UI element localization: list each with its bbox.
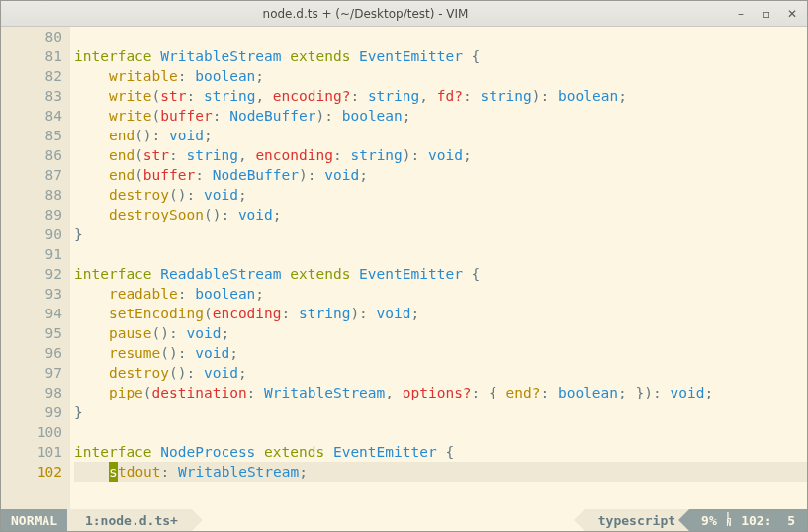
code-line: readable: boolean; bbox=[74, 284, 807, 304]
status-filetype-text: typescript bbox=[598, 513, 675, 528]
code-line: destroySoon(): void; bbox=[74, 205, 807, 224]
line-number: 84 bbox=[1, 106, 62, 126]
vim-window: node.d.ts + (~/Desktop/test) - VIM – ▫ ✕… bbox=[0, 0, 808, 532]
code-line: pipe(destination: WritableStream, option… bbox=[74, 383, 807, 402]
code-line: interface NodeProcess extends EventEmitt… bbox=[74, 442, 807, 462]
code-content[interactable]: interface WritableStream extends EventEm… bbox=[70, 27, 807, 509]
status-line: 102 bbox=[741, 513, 763, 528]
maximize-button[interactable]: ▫ bbox=[758, 7, 775, 21]
line-number: 88 bbox=[1, 185, 62, 205]
status-position: 9% LN 102: 5 bbox=[689, 509, 807, 531]
line-number: 87 bbox=[1, 165, 62, 185]
status-percent: 9% bbox=[701, 513, 717, 528]
code-line: write(buffer: NodeBuffer): boolean; bbox=[74, 106, 807, 126]
code-line bbox=[74, 422, 807, 442]
line-number: 82 bbox=[1, 66, 62, 86]
line-number: 93 bbox=[1, 284, 62, 304]
line-number: 96 bbox=[1, 343, 62, 363]
line-number: 98 bbox=[1, 383, 62, 402]
code-line: pause(): void; bbox=[74, 323, 807, 343]
code-line: destroy(): void; bbox=[74, 363, 807, 383]
editor-area[interactable]: 80 81 82 83 84 85 86 87 88 89 90 91 92 9… bbox=[1, 27, 807, 509]
line-number: 85 bbox=[1, 126, 62, 145]
line-number-gutter: 80 81 82 83 84 85 86 87 88 89 90 91 92 9… bbox=[1, 27, 70, 509]
line-number: 99 bbox=[1, 402, 62, 422]
code-line: end(): void; bbox=[74, 126, 807, 145]
status-col: 5 bbox=[787, 513, 795, 528]
line-number: 90 bbox=[1, 224, 62, 244]
line-number-icon: LN bbox=[727, 513, 732, 527]
line-number: 89 bbox=[1, 205, 62, 224]
close-button[interactable]: ✕ bbox=[783, 7, 801, 21]
code-line: interface ReadableStream extends EventEm… bbox=[74, 264, 807, 284]
code-line: end(str: string, enconding: string): voi… bbox=[74, 145, 807, 165]
code-line: stdout: WritableStream; bbox=[74, 462, 807, 482]
line-number: 95 bbox=[1, 323, 62, 343]
line-number: 91 bbox=[1, 244, 62, 264]
window-title: node.d.ts + (~/Desktop/test) - VIM bbox=[7, 7, 724, 21]
code-line: interface WritableStream extends EventEm… bbox=[74, 46, 807, 66]
line-number: 86 bbox=[1, 145, 62, 165]
code-line: write(str: string, encoding?: string, fd… bbox=[74, 86, 807, 106]
minimize-button[interactable]: – bbox=[732, 7, 750, 21]
titlebar: node.d.ts + (~/Desktop/test) - VIM – ▫ ✕ bbox=[1, 1, 807, 27]
line-number: 94 bbox=[1, 304, 62, 323]
code-line bbox=[74, 244, 807, 264]
line-number: 80 bbox=[1, 27, 62, 46]
code-line: resume(): void; bbox=[74, 343, 807, 363]
status-bar: NORMAL 1:node.d.ts+ typescript 9% LN 102… bbox=[1, 509, 807, 531]
status-file: 1:node.d.ts+ bbox=[67, 509, 192, 531]
status-file-text: 1:node.d.ts+ bbox=[85, 513, 178, 528]
line-number: 100 bbox=[1, 422, 62, 442]
code-line: } bbox=[74, 402, 807, 422]
line-number: 81 bbox=[1, 46, 62, 66]
line-number: 97 bbox=[1, 363, 62, 383]
code-line: destroy(): void; bbox=[74, 185, 807, 205]
status-filetype: typescript bbox=[584, 509, 689, 531]
code-line: writable: boolean; bbox=[74, 66, 807, 86]
code-line bbox=[74, 27, 807, 46]
code-line: end(buffer: NodeBuffer): void; bbox=[74, 165, 807, 185]
cursor: s bbox=[109, 462, 118, 482]
code-line: setEncoding(encoding: string): void; bbox=[74, 304, 807, 323]
status-spacer bbox=[192, 509, 584, 531]
code-line: } bbox=[74, 224, 807, 244]
line-number: 101 bbox=[1, 442, 62, 462]
mode-indicator: NORMAL bbox=[1, 509, 67, 531]
line-number: 92 bbox=[1, 264, 62, 284]
mode-text: NORMAL bbox=[11, 513, 57, 528]
line-number: 83 bbox=[1, 86, 62, 106]
line-number: 102 bbox=[1, 462, 62, 482]
